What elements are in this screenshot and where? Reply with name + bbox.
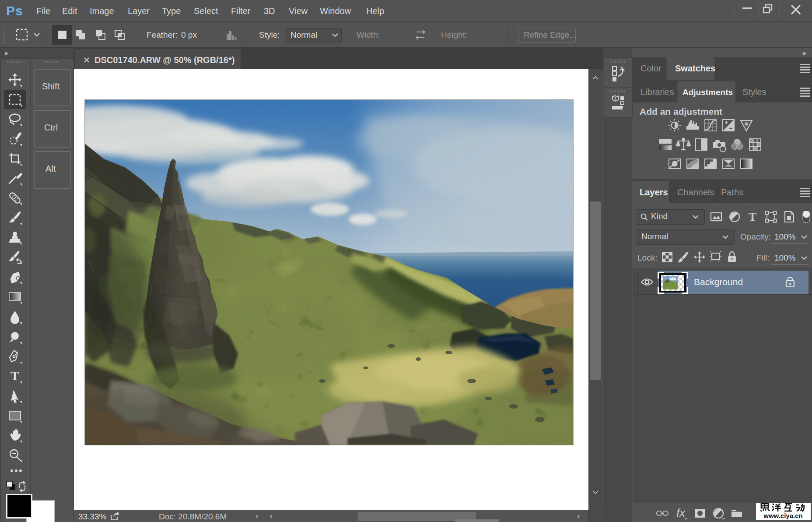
- svg-text:fx: fx: [676, 507, 686, 519]
- svg-text:T: T: [749, 211, 756, 223]
- svg-text:T: T: [10, 368, 19, 383]
- svg-text:www.ciya.cn: www.ciya.cn: [763, 512, 802, 519]
